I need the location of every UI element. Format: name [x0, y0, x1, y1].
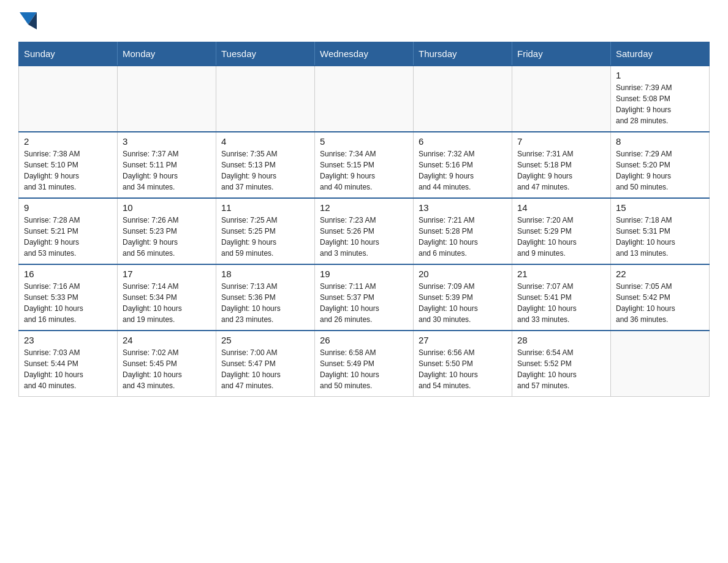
day-info: Sunrise: 7:18 AM Sunset: 5:31 PM Dayligh… [616, 215, 704, 259]
page-header [18, 12, 710, 29]
calendar-table: SundayMondayTuesdayWednesdayThursdayFrid… [18, 42, 710, 397]
calendar-cell: 19Sunrise: 7:11 AM Sunset: 5:37 PM Dayli… [315, 264, 414, 331]
day-info: Sunrise: 7:28 AM Sunset: 5:21 PM Dayligh… [24, 215, 112, 259]
calendar-cell: 20Sunrise: 7:09 AM Sunset: 5:39 PM Dayli… [414, 264, 512, 331]
calendar-cell [118, 66, 216, 132]
day-info: Sunrise: 7:34 AM Sunset: 5:15 PM Dayligh… [320, 148, 408, 193]
day-info: Sunrise: 6:56 AM Sunset: 5:50 PM Dayligh… [419, 347, 507, 391]
calendar-cell: 5Sunrise: 7:34 AM Sunset: 5:15 PM Daylig… [315, 132, 414, 198]
day-number: 10 [123, 202, 211, 213]
logo-icon [20, 12, 37, 29]
day-info: Sunrise: 7:39 AM Sunset: 5:08 PM Dayligh… [616, 82, 704, 126]
calendar-week-row: 2Sunrise: 7:38 AM Sunset: 5:10 PM Daylig… [19, 132, 710, 198]
day-info: Sunrise: 7:03 AM Sunset: 5:44 PM Dayligh… [24, 347, 112, 391]
calendar-cell: 21Sunrise: 7:07 AM Sunset: 5:41 PM Dayli… [512, 264, 611, 331]
calendar-cell: 9Sunrise: 7:28 AM Sunset: 5:21 PM Daylig… [19, 198, 118, 264]
calendar-cell: 2Sunrise: 7:38 AM Sunset: 5:10 PM Daylig… [19, 132, 118, 198]
day-info: Sunrise: 7:37 AM Sunset: 5:11 PM Dayligh… [123, 148, 211, 193]
day-number: 17 [123, 269, 211, 279]
day-info: Sunrise: 7:23 AM Sunset: 5:26 PM Dayligh… [320, 215, 408, 259]
calendar-cell: 23Sunrise: 7:03 AM Sunset: 5:44 PM Dayli… [19, 331, 118, 397]
day-number: 23 [24, 335, 112, 345]
day-number: 13 [419, 202, 507, 213]
calendar-cell: 16Sunrise: 7:16 AM Sunset: 5:33 PM Dayli… [19, 264, 118, 331]
calendar-week-row: 1Sunrise: 7:39 AM Sunset: 5:08 PM Daylig… [19, 66, 710, 132]
day-number: 27 [419, 335, 507, 345]
day-number: 8 [616, 136, 704, 147]
calendar-cell: 10Sunrise: 7:26 AM Sunset: 5:23 PM Dayli… [118, 198, 216, 264]
weekday-header: Tuesday [216, 42, 315, 66]
calendar-week-row: 9Sunrise: 7:28 AM Sunset: 5:21 PM Daylig… [19, 198, 710, 264]
day-info: Sunrise: 7:21 AM Sunset: 5:28 PM Dayligh… [419, 215, 507, 259]
weekday-header: Thursday [414, 42, 512, 66]
day-number: 25 [221, 335, 309, 345]
day-number: 12 [320, 202, 408, 213]
day-number: 21 [517, 269, 605, 279]
calendar-cell [315, 66, 414, 132]
day-info: Sunrise: 7:31 AM Sunset: 5:18 PM Dayligh… [517, 148, 605, 193]
day-info: Sunrise: 7:11 AM Sunset: 5:37 PM Dayligh… [320, 281, 408, 325]
weekday-header: Saturday [611, 42, 710, 66]
day-number: 24 [123, 335, 211, 345]
day-info: Sunrise: 7:07 AM Sunset: 5:41 PM Dayligh… [517, 281, 605, 325]
day-info: Sunrise: 7:38 AM Sunset: 5:10 PM Dayligh… [24, 148, 112, 193]
calendar-week-row: 16Sunrise: 7:16 AM Sunset: 5:33 PM Dayli… [19, 264, 710, 331]
day-info: Sunrise: 7:00 AM Sunset: 5:47 PM Dayligh… [221, 347, 309, 391]
day-number: 14 [517, 202, 605, 213]
weekday-header: Sunday [19, 42, 118, 66]
weekday-header: Friday [512, 42, 611, 66]
calendar-cell: 4Sunrise: 7:35 AM Sunset: 5:13 PM Daylig… [216, 132, 315, 198]
calendar-cell: 26Sunrise: 6:58 AM Sunset: 5:49 PM Dayli… [315, 331, 414, 397]
calendar-cell: 27Sunrise: 6:56 AM Sunset: 5:50 PM Dayli… [414, 331, 512, 397]
day-info: Sunrise: 7:14 AM Sunset: 5:34 PM Dayligh… [123, 281, 211, 325]
day-number: 3 [123, 136, 211, 147]
calendar-cell [19, 66, 118, 132]
day-info: Sunrise: 7:20 AM Sunset: 5:29 PM Dayligh… [517, 215, 605, 259]
day-number: 18 [221, 269, 309, 279]
calendar-cell: 8Sunrise: 7:29 AM Sunset: 5:20 PM Daylig… [611, 132, 710, 198]
day-info: Sunrise: 7:26 AM Sunset: 5:23 PM Dayligh… [123, 215, 211, 259]
calendar-cell: 12Sunrise: 7:23 AM Sunset: 5:26 PM Dayli… [315, 198, 414, 264]
calendar-cell: 14Sunrise: 7:20 AM Sunset: 5:29 PM Dayli… [512, 198, 611, 264]
day-info: Sunrise: 6:58 AM Sunset: 5:49 PM Dayligh… [320, 347, 408, 391]
day-number: 2 [24, 136, 112, 147]
day-info: Sunrise: 7:09 AM Sunset: 5:39 PM Dayligh… [419, 281, 507, 325]
day-number: 6 [419, 136, 507, 147]
day-info: Sunrise: 7:02 AM Sunset: 5:45 PM Dayligh… [123, 347, 211, 391]
day-info: Sunrise: 7:25 AM Sunset: 5:25 PM Dayligh… [221, 215, 309, 259]
calendar-cell: 28Sunrise: 6:54 AM Sunset: 5:52 PM Dayli… [512, 331, 611, 397]
day-info: Sunrise: 7:29 AM Sunset: 5:20 PM Dayligh… [616, 148, 704, 193]
day-number: 19 [320, 269, 408, 279]
calendar-cell [512, 66, 611, 132]
day-info: Sunrise: 7:13 AM Sunset: 5:36 PM Dayligh… [221, 281, 309, 325]
day-info: Sunrise: 7:16 AM Sunset: 5:33 PM Dayligh… [24, 281, 112, 325]
day-number: 7 [517, 136, 605, 147]
day-number: 11 [221, 202, 309, 213]
day-number: 15 [616, 202, 704, 213]
calendar-cell: 7Sunrise: 7:31 AM Sunset: 5:18 PM Daylig… [512, 132, 611, 198]
day-number: 26 [320, 335, 408, 345]
day-info: Sunrise: 7:32 AM Sunset: 5:16 PM Dayligh… [419, 148, 507, 193]
day-number: 5 [320, 136, 408, 147]
calendar-week-row: 23Sunrise: 7:03 AM Sunset: 5:44 PM Dayli… [19, 331, 710, 397]
day-number: 22 [616, 269, 704, 279]
calendar-cell [414, 66, 512, 132]
logo [18, 12, 38, 29]
day-info: Sunrise: 6:54 AM Sunset: 5:52 PM Dayligh… [517, 347, 605, 391]
calendar-cell: 24Sunrise: 7:02 AM Sunset: 5:45 PM Dayli… [118, 331, 216, 397]
day-number: 20 [419, 269, 507, 279]
calendar-cell: 17Sunrise: 7:14 AM Sunset: 5:34 PM Dayli… [118, 264, 216, 331]
calendar-cell: 11Sunrise: 7:25 AM Sunset: 5:25 PM Dayli… [216, 198, 315, 264]
day-info: Sunrise: 7:35 AM Sunset: 5:13 PM Dayligh… [221, 148, 309, 193]
calendar-cell [611, 331, 710, 397]
calendar-cell: 6Sunrise: 7:32 AM Sunset: 5:16 PM Daylig… [414, 132, 512, 198]
calendar-cell: 25Sunrise: 7:00 AM Sunset: 5:47 PM Dayli… [216, 331, 315, 397]
calendar-header-row: SundayMondayTuesdayWednesdayThursdayFrid… [19, 42, 710, 66]
weekday-header: Wednesday [315, 42, 414, 66]
calendar-cell: 3Sunrise: 7:37 AM Sunset: 5:11 PM Daylig… [118, 132, 216, 198]
weekday-header: Monday [118, 42, 216, 66]
calendar-cell: 1Sunrise: 7:39 AM Sunset: 5:08 PM Daylig… [611, 66, 710, 132]
calendar-cell: 15Sunrise: 7:18 AM Sunset: 5:31 PM Dayli… [611, 198, 710, 264]
day-info: Sunrise: 7:05 AM Sunset: 5:42 PM Dayligh… [616, 281, 704, 325]
calendar-cell: 22Sunrise: 7:05 AM Sunset: 5:42 PM Dayli… [611, 264, 710, 331]
